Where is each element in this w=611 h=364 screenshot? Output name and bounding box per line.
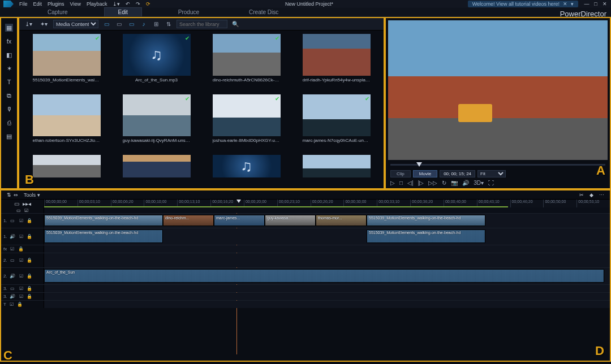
mode-movie[interactable]: Movie [413, 170, 437, 177]
3d-icon[interactable]: 3D▾ [474, 180, 484, 186]
search-icon[interactable]: 🔍 [231, 21, 240, 27]
menu-file[interactable]: File [19, 1, 28, 7]
mode-clip[interactable]: Clip [390, 170, 411, 177]
welcome-banner[interactable]: Welcome! View all tutorial videos here!✕… [468, 1, 578, 7]
thumb-item[interactable] [33, 155, 101, 177]
timeline-clip[interactable]: marc-james... [214, 215, 265, 226]
next-frame-icon[interactable]: |▷ [418, 180, 424, 186]
thumb-item[interactable] [33, 94, 101, 136]
keyframe-icon[interactable]: ◆ [590, 192, 593, 198]
subtitle-room-icon[interactable]: ▤ [5, 132, 13, 140]
timecode-display[interactable]: 00; 00; 15; 24 [440, 170, 475, 177]
timeline-tracks: 1.▭☑🔒 5515039_MotionElements_walking-on-… [1, 213, 610, 308]
timeline-clip[interactable]: 5515039_MotionElements_walking-on-the-be… [44, 229, 163, 243]
track-markers-icon[interactable]: ▸▸◂ [23, 201, 31, 207]
thumb-caption: dino-reichmuth-A5rCN8626Ck-uns... [213, 77, 281, 83]
redo-icon[interactable]: ↷ [136, 1, 140, 7]
close-window-icon[interactable]: ✕ [602, 1, 608, 7]
thumb-item[interactable]: ✔ [213, 34, 281, 76]
maximize-icon[interactable]: □ [593, 1, 599, 7]
tab-create-disc[interactable]: Create Disc [235, 8, 292, 16]
menu-edit[interactable]: Edit [33, 1, 42, 7]
prev-frame-icon[interactable]: ◁| [407, 180, 414, 186]
tools-menu[interactable]: Tools ▾ [24, 192, 40, 198]
chapter-room-icon[interactable]: ⎙ [5, 119, 13, 127]
close-icon[interactable]: ✕ [563, 1, 567, 7]
check-icon: ✔ [275, 35, 279, 41]
snapshot-icon[interactable]: 📷 [451, 180, 458, 186]
menu-plugins[interactable]: Plugins [48, 1, 64, 7]
plugin-icon[interactable]: ✦▾ [38, 20, 50, 28]
timeline-clip[interactable]: 5515039_MotionElements_walking-on-the-be… [44, 215, 163, 226]
transition-room-icon[interactable]: ⧉ [5, 92, 13, 99]
track-visibility-toggle-icon[interactable]: ▭ [14, 201, 19, 207]
track-header-a2[interactable]: 2.🔊☑🔒 [1, 268, 44, 284]
tab-produce[interactable]: Produce [165, 8, 213, 16]
sync-icon[interactable]: ⟳ [146, 1, 150, 7]
grid-view-icon[interactable]: ⊞ [152, 21, 161, 27]
track-header-v1[interactable]: 1.▭☑🔒 [1, 214, 44, 228]
track-enable-icon[interactable]: ▭ [16, 208, 21, 213]
timeline-clip[interactable]: dino-reichm... [163, 215, 214, 226]
minimize-icon[interactable]: — [584, 1, 590, 7]
zoom-select[interactable]: Fit [477, 170, 506, 177]
track-check-icon[interactable]: ☑ [24, 208, 28, 213]
preview-scrubber[interactable] [388, 160, 608, 169]
particle-room-icon[interactable]: ✶ [5, 64, 13, 72]
media-room-icon[interactable]: ▦ [5, 24, 13, 32]
thumb-item[interactable] [303, 155, 371, 177]
thumb-item[interactable]: ✔ [123, 94, 191, 136]
filter-image-icon[interactable]: ▭ [127, 21, 136, 27]
tab-edit[interactable]: Edit [104, 7, 142, 16]
time-ruler[interactable]: 00;00;00;0000;00;03;1000;00;06;2000;00;1… [44, 200, 610, 207]
tab-capture[interactable]: Capture [34, 8, 81, 16]
timeline-clip[interactable]: 5515039_MotionElements_walking-on-the-be… [367, 215, 485, 226]
track-header-a3[interactable]: 3.🔊☑🔒 [1, 293, 44, 300]
menu-playback[interactable]: Playback [87, 1, 107, 7]
audio-track-icon: 🔊 [10, 234, 16, 239]
detach-icon[interactable]: ⛶ [488, 180, 494, 186]
timeline-clip[interactable]: thomas-mor... [316, 215, 367, 226]
scrubber-handle-icon[interactable] [416, 162, 422, 167]
track-header-fx[interactable]: fx☑🔒 [1, 245, 44, 253]
hsplit-icon[interactable]: ⇔ [14, 192, 18, 198]
library-category-select[interactable]: Media Content [53, 20, 98, 28]
vsplit-icon[interactable]: ⇅ [7, 192, 11, 198]
more-icon[interactable]: ⋯ [599, 192, 604, 198]
split-icon[interactable]: ✂ [579, 192, 584, 198]
track-header-v2[interactable]: 2.▭☑🔒 [1, 253, 44, 267]
thumb-item[interactable] [213, 155, 281, 177]
fast-forward-icon[interactable]: ▷▷ [428, 180, 437, 186]
filter-audio-icon[interactable]: ♪ [139, 21, 148, 27]
volume-icon[interactable]: 🔊 [462, 180, 469, 186]
menu-view[interactable]: View [70, 1, 81, 7]
undo-icon[interactable]: ↶ [126, 1, 130, 7]
import-icon[interactable]: ⤓▾ [113, 1, 120, 7]
stop-icon[interactable]: □ [399, 180, 403, 186]
timeline-clip[interactable]: guy-kawasa... [265, 215, 316, 226]
timeline-clip[interactable]: 5515039_MotionElements_walking-on-the-be… [367, 229, 485, 243]
thumb-item[interactable] [123, 155, 191, 177]
preview-viewport[interactable] [388, 20, 608, 160]
playhead-icon[interactable] [236, 200, 241, 203]
search-input[interactable] [177, 20, 227, 28]
thumb-item[interactable]: ✔ [303, 94, 371, 136]
track-header-v3[interactable]: 3.▭☑🔒 [1, 285, 44, 292]
track-header-a1[interactable]: 1.🔊☑🔒 [1, 228, 44, 245]
import-media-icon[interactable]: ⤓▾ [23, 20, 35, 28]
fx-room-icon[interactable]: fx [5, 37, 13, 45]
loop-icon[interactable]: ↻ [442, 180, 446, 186]
title-room-icon[interactable]: T [5, 78, 13, 86]
play-icon[interactable]: ▷ [390, 180, 395, 186]
filter-all-icon[interactable]: ▭ [102, 21, 111, 27]
pip-room-icon[interactable]: ◧ [5, 51, 13, 59]
thumb-item[interactable] [303, 34, 371, 76]
sort-icon[interactable]: ⇅ [164, 21, 173, 27]
timeline-clip[interactable]: Arc_of_the_Sun [44, 269, 604, 283]
thumb-item[interactable]: ✔ [33, 34, 101, 76]
filter-video-icon[interactable]: ▭ [114, 21, 123, 27]
thumb-item[interactable]: ✔ [213, 94, 281, 136]
thumb-item[interactable]: ✔ [123, 34, 191, 76]
audio-room-icon[interactable]: 🎙 [5, 105, 13, 113]
track-header-title[interactable]: T☑🔒 [1, 301, 44, 308]
